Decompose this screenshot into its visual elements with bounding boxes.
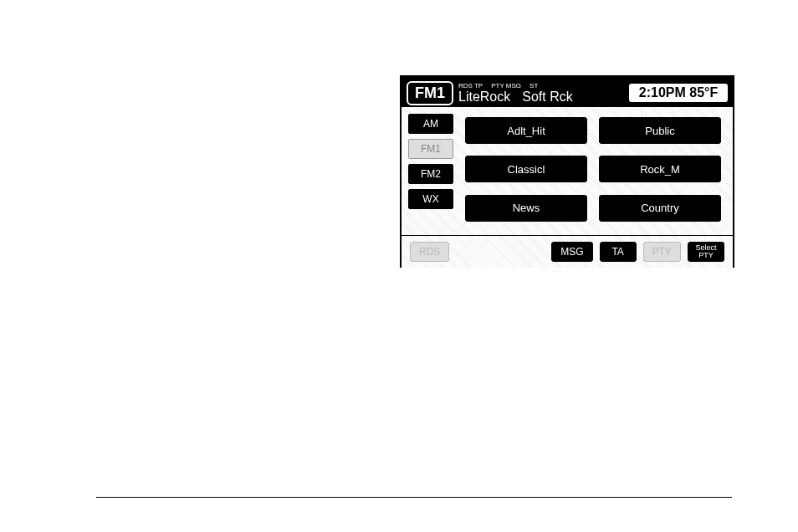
station-row: LiteRock Soft Rck bbox=[458, 90, 624, 105]
preset-1-button[interactable]: Adlt_Hit bbox=[465, 117, 587, 144]
ta-button[interactable]: TA bbox=[600, 242, 637, 262]
band-am-button[interactable]: AM bbox=[408, 114, 453, 134]
clock-temp: 2:10PM 85°F bbox=[629, 84, 728, 102]
rds-button[interactable]: RDS bbox=[410, 242, 449, 262]
select-pty-line2: PTY bbox=[698, 252, 714, 259]
preset-2-button[interactable]: Public bbox=[599, 117, 721, 144]
pty-button[interactable]: PTY bbox=[643, 242, 681, 262]
preset-grid: Adlt_Hit Public Classicl Rock_M News Cou… bbox=[460, 107, 733, 235]
preset-4-button[interactable]: Rock_M bbox=[599, 156, 721, 182]
select-pty-button[interactable]: Select PTY bbox=[688, 242, 724, 262]
indicator-row: RDS TP PTY MSG ST bbox=[458, 82, 624, 90]
band-fm2-button[interactable]: FM2 bbox=[408, 164, 453, 184]
preset-3-button[interactable]: Classicl bbox=[465, 156, 587, 182]
band-column: AM FM1 FM2 WX bbox=[402, 107, 460, 235]
footer-bar: RDS MSG TA PTY Select PTY bbox=[402, 236, 733, 268]
station-name-1: LiteRock bbox=[458, 90, 510, 105]
indicator-rds-tp: RDS TP bbox=[458, 82, 483, 90]
indicator-st: ST bbox=[529, 82, 538, 90]
page-divider bbox=[96, 497, 732, 498]
indicator-pty-msg: PTY MSG bbox=[491, 82, 521, 90]
msg-button[interactable]: MSG bbox=[551, 242, 592, 262]
preset-6-button[interactable]: Country bbox=[599, 195, 721, 222]
band-fm1-button[interactable]: FM1 bbox=[408, 139, 453, 159]
header-bar: FM1 RDS TP PTY MSG ST LiteRock Soft Rck … bbox=[402, 77, 733, 107]
body-area: AM FM1 FM2 WX Adlt_Hit Public Classicl R… bbox=[402, 107, 733, 236]
radio-panel: FM1 RDS TP PTY MSG ST LiteRock Soft Rck … bbox=[400, 75, 734, 268]
band-badge: FM1 bbox=[407, 81, 453, 105]
preset-5-button[interactable]: News bbox=[465, 195, 587, 222]
station-name-2: Soft Rck bbox=[522, 90, 572, 105]
header-center: RDS TP PTY MSG ST LiteRock Soft Rck bbox=[458, 82, 624, 105]
band-wx-button[interactable]: WX bbox=[408, 189, 453, 209]
